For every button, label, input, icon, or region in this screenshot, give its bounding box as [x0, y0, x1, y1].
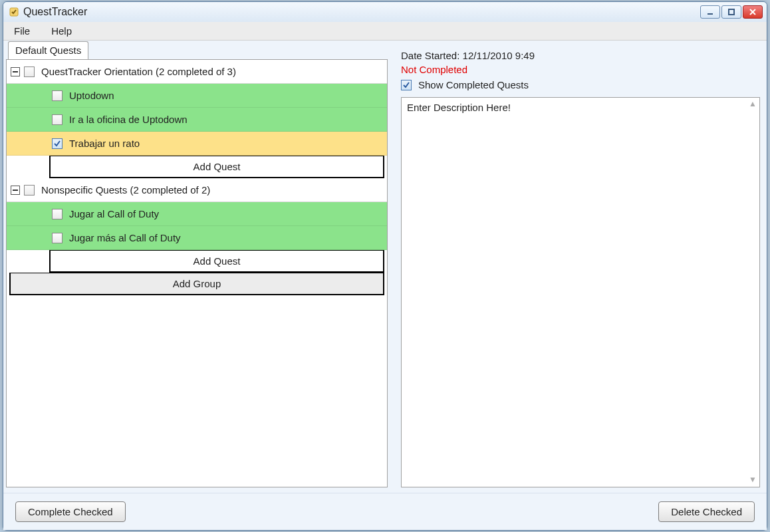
collapse-icon[interactable] — [11, 186, 20, 195]
svg-rect-2 — [729, 9, 734, 15]
quest-row[interactable]: Uptodown — [7, 84, 387, 108]
menubar: File Help — [3, 22, 767, 41]
quest-row[interactable]: Jugar al Call of Duty — [7, 202, 387, 226]
svg-rect-4 — [13, 190, 18, 191]
group-label: QuestTracker Orientation (2 completed of… — [41, 66, 236, 77]
quest-label: Trabajar un rato — [69, 138, 140, 149]
add-quest-button[interactable]: Add Quest — [49, 250, 384, 273]
status-text: Not Completed — [401, 64, 760, 75]
app-icon — [9, 7, 19, 17]
bottom-bar: Complete Checked Delete Checked — [3, 493, 767, 530]
group-header[interactable]: QuestTracker Orientation (2 completed of… — [7, 60, 387, 84]
details-column: Date Started: 12/11/2010 9:49 Not Comple… — [390, 41, 767, 493]
description-placeholder: Enter Description Here! — [407, 102, 511, 113]
delete-checked-button[interactable]: Delete Checked — [658, 501, 755, 522]
add-group-button[interactable]: Add Group — [9, 273, 384, 295]
description-textarea[interactable]: Enter Description Here! ▲ ▼ — [401, 97, 760, 487]
quest-label: Jugar más al Call of Duty — [69, 232, 181, 243]
menu-file[interactable]: File — [10, 24, 34, 38]
app-window: QuestTracker File Help Default Quests — [3, 1, 767, 531]
show-completed-label: Show Completed Quests — [418, 79, 529, 90]
group-label: Nonspecific Quests (2 completed of 2) — [41, 184, 210, 196]
content-area: Default Quests QuestTracker Orientation … — [3, 41, 767, 493]
quest-checkbox[interactable] — [52, 209, 63, 219]
quest-checkbox[interactable] — [52, 114, 63, 125]
collapse-icon[interactable] — [11, 67, 20, 76]
svg-rect-1 — [707, 13, 713, 15]
group-header[interactable]: Nonspecific Quests (2 completed of 2) — [7, 178, 387, 202]
quest-row[interactable]: Jugar más al Call of Duty — [7, 226, 387, 250]
svg-rect-3 — [13, 71, 18, 72]
complete-checked-button[interactable]: Complete Checked — [15, 501, 126, 522]
menu-help[interactable]: Help — [47, 24, 76, 38]
quest-row[interactable]: Ir a la oficina de Uptodown — [7, 108, 387, 132]
group-checkbox[interactable] — [24, 185, 35, 196]
maximize-button[interactable] — [721, 5, 741, 19]
add-quest-button[interactable]: Add Quest — [49, 156, 384, 178]
quest-label: Uptodown — [69, 90, 114, 101]
quest-row[interactable]: Trabajar un rato — [7, 132, 387, 156]
titlebar[interactable]: QuestTracker — [3, 2, 767, 22]
quest-checkbox[interactable] — [52, 90, 63, 101]
close-button[interactable] — [743, 5, 763, 19]
date-started: Date Started: 12/11/2010 9:49 — [401, 50, 760, 61]
window-controls — [700, 5, 763, 19]
quest-checkbox[interactable] — [52, 138, 63, 149]
quest-label: Ir a la oficina de Uptodown — [69, 114, 188, 125]
show-completed-checkbox[interactable] — [401, 80, 412, 90]
quests-panel: QuestTracker Orientation (2 completed of… — [6, 59, 388, 487]
scroll-down-icon[interactable]: ▼ — [747, 475, 758, 485]
tabstrip: Default Quests — [6, 41, 388, 59]
quest-label: Jugar al Call of Duty — [69, 208, 159, 219]
quest-checkbox[interactable] — [52, 233, 63, 243]
group-checkbox[interactable] — [24, 66, 35, 77]
tab-default-quests[interactable]: Default Quests — [8, 41, 88, 60]
quests-column: Default Quests QuestTracker Orientation … — [3, 41, 390, 493]
window-title: QuestTracker — [23, 6, 87, 18]
scroll-up-icon[interactable]: ▲ — [747, 99, 758, 110]
show-completed-row: Show Completed Quests — [401, 79, 760, 90]
minimize-button[interactable] — [700, 5, 720, 19]
